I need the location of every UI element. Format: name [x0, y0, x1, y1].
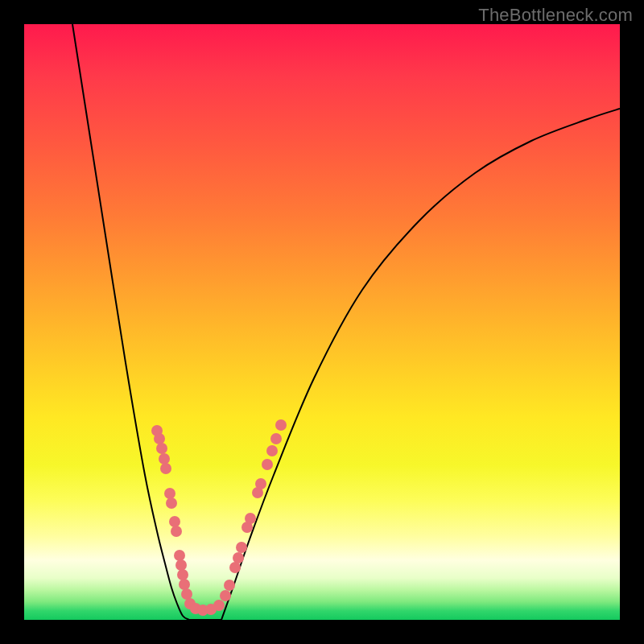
data-marker: [154, 433, 165, 444]
data-marker: [275, 419, 287, 431]
data-marker: [177, 569, 188, 580]
data-marker: [179, 579, 190, 590]
data-marker: [159, 453, 170, 464]
data-marker: [270, 433, 282, 444]
data-marker: [181, 588, 192, 600]
data-marker: [213, 600, 225, 611]
data-marker: [245, 513, 256, 524]
data-marker: [175, 559, 187, 571]
data-marker: [169, 516, 180, 527]
data-marker: [236, 542, 247, 553]
bottleneck-curve: [24, 24, 620, 620]
plot-area: [24, 24, 620, 620]
data-marker: [233, 552, 244, 564]
data-marker: [171, 526, 182, 537]
data-marker: [220, 590, 231, 601]
data-marker: [174, 550, 185, 561]
data-marker: [156, 443, 167, 454]
data-marker: [164, 488, 175, 499]
data-marker: [266, 445, 278, 456]
data-marker: [229, 562, 241, 573]
watermark-text: TheBottleneck.com: [478, 5, 633, 26]
data-marker: [224, 580, 235, 591]
bottleneck-path: [72, 24, 620, 620]
data-marker: [160, 463, 171, 474]
data-marker: [262, 459, 273, 470]
data-marker: [166, 497, 177, 509]
data-marker: [255, 478, 266, 489]
